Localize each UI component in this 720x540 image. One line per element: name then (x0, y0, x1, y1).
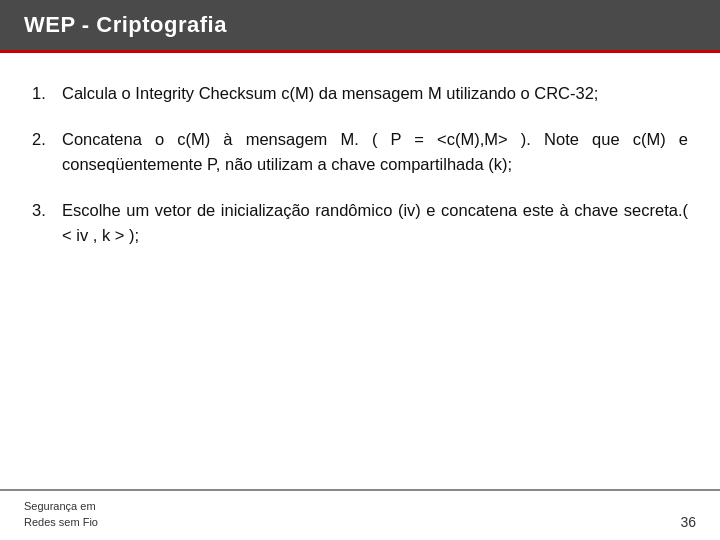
list-item: 2. Concatena o c(M) à mensagem M. ( P = … (32, 127, 688, 178)
list-number-2: 2. (32, 127, 62, 178)
page-number: 36 (680, 514, 696, 530)
slide-content: 1. Calcula o Integrity Checksum c(M) da … (0, 53, 720, 289)
list-item: 1. Calcula o Integrity Checksum c(M) da … (32, 81, 688, 107)
slide-footer: Segurança em Redes sem Fio 36 (0, 489, 720, 540)
list-number-1: 1. (32, 81, 62, 107)
list-number-3: 3. (32, 198, 62, 249)
footer-line2: Redes sem Fio (24, 515, 98, 530)
list-text-2: Concatena o c(M) à mensagem M. ( P = <c(… (62, 127, 688, 178)
footer-left: Segurança em Redes sem Fio (24, 499, 98, 530)
slide-title: WEP - Criptografia (24, 12, 227, 38)
list-text-3: Escolhe um vetor de inicialização randôm… (62, 198, 688, 249)
list-text-1: Calcula o Integrity Checksum c(M) da men… (62, 81, 688, 107)
list-item: 3. Escolhe um vetor de inicialização ran… (32, 198, 688, 249)
footer-line1: Segurança em (24, 499, 98, 514)
slide: WEP - Criptografia 1. Calcula o Integrit… (0, 0, 720, 540)
slide-header: WEP - Criptografia (0, 0, 720, 50)
